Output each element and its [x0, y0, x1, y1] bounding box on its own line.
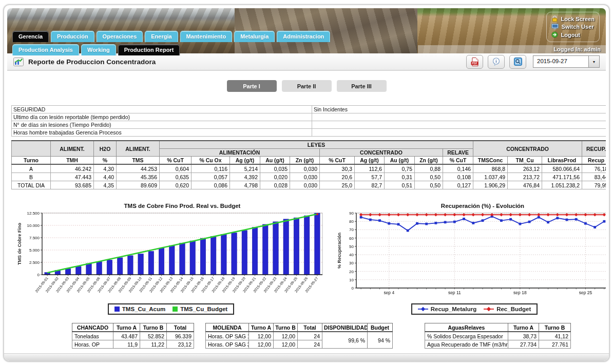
column-group-header: ALIMENT. [51, 141, 94, 157]
nav-tab-operaciones[interactable]: Operaciones [97, 31, 143, 42]
recuperacion-plot: Recuperación (%) - Evolución010203040506… [336, 202, 606, 302]
value-cell: 4,798 [230, 181, 260, 189]
preview-button[interactable] [509, 55, 526, 69]
svg-text:40: 40 [349, 253, 354, 257]
value-cell: 0,50 [415, 173, 443, 181]
svg-text:5.000: 5.000 [29, 248, 40, 253]
part-button-parte-ii[interactable]: Parte II [282, 80, 332, 92]
column-header: Turno B [274, 323, 298, 332]
pdf-icon: PDF [471, 58, 479, 66]
legend-item: Recup_Metalurg [418, 306, 476, 312]
table-title: AguasRelaves [425, 323, 508, 332]
svg-text:sep 11: sep 11 [448, 290, 461, 295]
column-header: % CuT [160, 157, 191, 165]
table-row: % Solidos Descarga Espesador38,7341,12 [425, 332, 571, 340]
column-header: Zn (g/t) [415, 157, 443, 165]
svg-text:sep 18: sep 18 [513, 290, 527, 295]
column-header: % [94, 157, 117, 165]
legend-marker [484, 306, 494, 312]
value-cell: 43.487 [113, 332, 140, 340]
table-title: CHANCADO [72, 323, 113, 332]
budget-value: 94 % [368, 332, 393, 349]
value-cell: 0,086 [191, 181, 230, 189]
table-row: A46.2424,3044.2530,6040,1165,2140,0350,0… [12, 164, 606, 173]
column-group-header: ALIMENTACIÓN [160, 149, 320, 157]
value-cell: 4,40 [94, 173, 117, 181]
turno-cell: TOTAL DIA [12, 181, 51, 189]
value-cell: 0,88 [415, 164, 443, 173]
nav-tab-mantenimiento[interactable]: Mantenimiento [180, 31, 233, 42]
value-cell: 580.066,64 [542, 164, 582, 173]
nav-tab-metalurgia[interactable]: Metalurgia [234, 31, 275, 42]
logout-link[interactable]: Logout [551, 31, 595, 38]
nav-tab-gerencia[interactable]: Gerencia [12, 31, 49, 42]
value-cell: 52.852 [140, 332, 167, 340]
lock-icon [551, 15, 558, 22]
report-date-dropdown[interactable]: 2015-09-27 ▼ [533, 55, 600, 68]
sub-tab-production-analysis[interactable]: Production Analysis [12, 44, 79, 55]
value-cell: 24 [298, 340, 322, 349]
sub-tab-production-report[interactable]: Production Report [118, 44, 180, 55]
part-button-parte-i[interactable]: Parte I [227, 80, 277, 92]
export-pdf-button[interactable]: PDF [466, 55, 483, 69]
value-cell: 0,635 [160, 173, 191, 181]
column-header: % CuT [443, 157, 473, 165]
value-cell: 0,020 [260, 173, 290, 181]
nav-tab-energia[interactable]: Energia [145, 31, 178, 42]
value-cell: 0,057 [191, 173, 230, 181]
legend-item: TMS_Cu_Acum [114, 306, 165, 312]
value-cell: 23,12 [167, 340, 194, 349]
column-group-header: RECUP. [582, 141, 606, 157]
charts-row: TMS de Cobre Fino Prod. Real vs. Budget0… [7, 202, 606, 315]
svg-text:10.000: 10.000 [27, 223, 40, 228]
aguas-relaves-table: AguasRelavesTurno ATurno B% Solidos Desc… [425, 323, 571, 349]
value-cell: 4,392 [230, 173, 260, 181]
value-cell: 471.171,56 [542, 173, 582, 181]
value-cell: 27.761 [539, 340, 571, 349]
chevron-down-icon[interactable]: ▼ [588, 56, 599, 67]
seguridad-row-value [312, 129, 606, 137]
column-header: Au (g/t) [385, 157, 415, 165]
table-row: Toneladas43.48752.85296.339 [72, 332, 194, 340]
value-cell: 1.037,49 [473, 173, 508, 181]
part-button-parte-iii[interactable]: Parte III [337, 80, 387, 92]
svg-text:60: 60 [349, 236, 354, 241]
column-header: Total [298, 323, 322, 332]
switch-user-link[interactable]: Switch User [551, 24, 595, 30]
logged-in-status: Logged In: admin [418, 45, 606, 53]
value-cell: 12,00 [274, 332, 298, 340]
info-button[interactable]: i [488, 55, 505, 69]
column-header: Budget [368, 323, 393, 332]
preview-icon [514, 58, 522, 66]
turno-cell: A [12, 164, 51, 173]
column-group-header: LEYES [160, 141, 473, 149]
app-window: Lock Screen Switch User Logout Logged In… [3, 4, 610, 362]
logout-label: Logout [561, 32, 580, 38]
column-header: Turno A [113, 323, 140, 332]
column-header: Turno B [539, 323, 571, 332]
main-nav-tabs: GerenciaProducciónOperacionesEnergiaMant… [12, 31, 330, 42]
value-cell: 57,7 [355, 173, 385, 181]
value-cell: 0,50 [415, 181, 443, 189]
column-header: TMSConc [473, 157, 508, 165]
value-cell: 0,620 [160, 181, 191, 189]
switch-user-icon [551, 24, 559, 30]
window-footer-bar [4, 353, 609, 361]
tms-cobre-fino-plot: TMS de Cobre Fino Prod. Real vs. Budget0… [15, 202, 327, 302]
report-toolbar: Reporte de Produccion Concentradora PDF … [7, 53, 606, 71]
value-cell: 96.339 [167, 332, 194, 340]
value-cell: 0,31 [385, 173, 415, 181]
row-label: Horas. OP [72, 340, 113, 349]
sub-tab-working[interactable]: Working [81, 44, 116, 55]
row-label: Agua Recuperado de TMF (m3/hr) [425, 340, 508, 349]
chancado-table: CHANCADOTurno ATurno BTotalToneladas43.4… [72, 323, 194, 349]
nav-tab-producci-n[interactable]: Producción [51, 31, 94, 42]
value-cell: 24 [298, 332, 322, 340]
svg-text:% Recuperación: % Recuperación [337, 233, 342, 269]
value-cell: 0,75 [385, 164, 415, 173]
value-cell: 12,00 [274, 340, 298, 349]
nav-tab-administracion[interactable]: Administracion [277, 31, 330, 42]
lock-screen-link[interactable]: Lock Screen [551, 15, 595, 22]
column-group-header: H2O [94, 141, 117, 157]
logout-icon [551, 31, 558, 38]
